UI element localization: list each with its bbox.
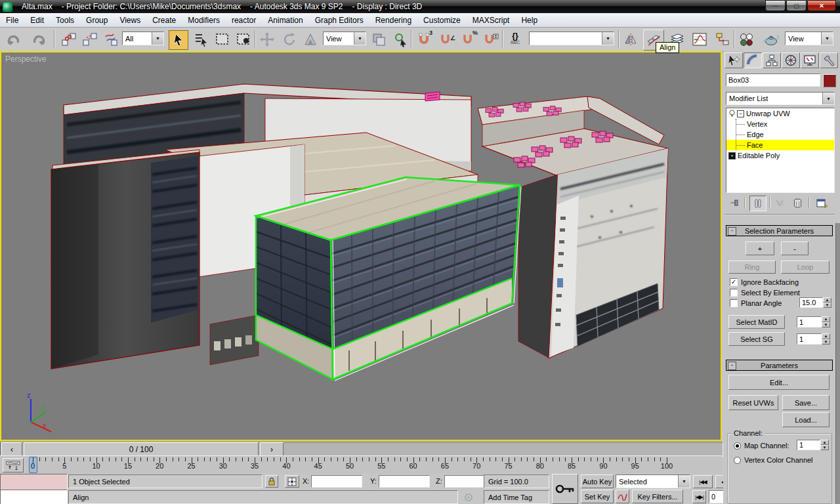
edit-uvw-button[interactable]: Edit... [728,375,830,390]
tab-motion[interactable] [782,52,800,68]
select-and-rotate-button[interactable] [280,30,299,49]
absolute-offset-toggle[interactable] [285,475,299,488]
planar-angle-field[interactable]: 15.0 [799,297,823,308]
material-editor-button[interactable] [736,30,756,49]
snaps-toggle-button[interactable]: 3 [414,30,434,49]
pin-stack-button[interactable] [727,196,742,209]
previous-frame-arrow[interactable]: ‹ [1,442,22,456]
dropdown-arrow-icon[interactable]: ▼ [822,93,834,104]
render-setup-button[interactable] [761,30,781,49]
remove-modifier-button[interactable] [790,196,805,209]
time-slider-handle[interactable]: 0 / 100 [24,442,259,456]
x-coordinate-field[interactable] [311,475,362,488]
add-time-tag-field[interactable]: Add Time Tag [484,490,549,504]
checkbox-icon[interactable] [730,299,738,307]
select-by-element-row[interactable]: Select By Element [730,288,800,297]
planar-angle-spinner[interactable]: ▲▼ [823,297,831,308]
reset-uvws-button[interactable]: Reset UVWs [728,395,778,410]
load-uvws-button[interactable]: Load... [782,412,830,427]
menu-animation[interactable]: Animation [262,13,308,27]
set-key-button[interactable]: Set Key [581,490,614,503]
viewport-preset-dropdown[interactable]: View ▼ [785,32,833,45]
named-selection-set-dropdown[interactable]: ▼ [529,32,614,45]
select-and-manipulate-button[interactable] [391,30,411,49]
checkbox-checked-icon[interactable]: ✓ [730,278,738,286]
vertex-color-channel-row[interactable]: Vertex Color Channel [734,455,813,465]
unlink-button[interactable] [80,30,100,49]
parameters-rollout[interactable]: - Parameters [726,360,833,371]
track-bar[interactable]: 0510152025303540455055606570758085909510… [0,455,722,474]
goto-start-button[interactable]: |◀◀ [693,475,713,488]
matid-spinner[interactable]: ▲▼ [822,316,830,327]
map-channel-field[interactable]: 1 [797,440,820,450]
default-tangent-button[interactable] [616,490,629,503]
grow-selection-button[interactable]: + [746,242,774,255]
undo-button[interactable] [4,30,24,49]
object-color-swatch[interactable] [823,74,836,87]
shrink-selection-button[interactable]: - [781,242,808,255]
show-end-result-button[interactable] [749,196,766,211]
selection-parameters-rollout[interactable]: - Selection Parameters [726,225,833,236]
time-slider[interactable]: ‹ 0 / 100 › [0,441,722,456]
reference-coordinate-dropdown[interactable]: View ▼ [323,32,366,45]
menu-rendering[interactable]: Rendering [369,13,417,27]
radio-icon[interactable] [734,457,741,464]
select-matid-button[interactable]: Select MatID [728,315,785,329]
edit-named-selection-sets-button[interactable]: {} ABC [505,30,525,49]
save-uvws-button[interactable]: Save... [782,395,830,410]
tab-display[interactable] [801,52,819,68]
select-and-link-button[interactable] [59,30,79,49]
communicator-icon[interactable] [461,490,476,504]
tab-modify[interactable] [744,52,762,68]
bind-to-spacewarp-button[interactable] [101,30,121,49]
dropdown-arrow-icon[interactable]: ▼ [354,32,366,45]
perspective-viewport[interactable]: z y x Perspective [0,51,722,441]
viewport-label[interactable]: Perspective [5,54,47,64]
maxscript-mini-listener-white[interactable] [0,490,68,504]
use-pivot-center-button[interactable] [369,30,388,49]
matid-field[interactable]: 1 [797,316,822,327]
select-and-move-button[interactable] [257,30,277,49]
maxscript-mini-listener-pink[interactable] [0,474,68,490]
menu-create[interactable]: Create [146,13,182,27]
panel-scrollbar[interactable] [835,223,840,504]
key-filters-button[interactable]: Key Filters... [632,490,683,503]
redo-button[interactable] [29,30,49,49]
angle-snap-button[interactable]: ∠ [436,30,456,49]
tab-create[interactable] [724,52,743,68]
menu-reactor[interactable]: reactor [226,13,262,27]
configure-modifier-sets-button[interactable] [814,196,830,209]
menu-graph-editors[interactable]: Graph Editors [309,13,369,27]
loop-button[interactable]: Loop [781,261,830,274]
close-button[interactable]: ✕ [807,0,836,11]
modifier-stack[interactable]: − Unwrap UVW Vertex Edge Face + Editable… [726,108,835,193]
stack-item-unwrap-uvw[interactable]: − Unwrap UVW [726,108,834,119]
key-mode-toggle-button[interactable]: |◀▶| [692,490,706,503]
menu-help[interactable]: Help [515,13,543,27]
dropdown-arrow-icon[interactable]: ▼ [152,32,163,45]
object-name-field[interactable]: Box03 [726,74,820,87]
y-coordinate-field[interactable] [379,475,430,488]
rectangular-selection-region-button[interactable] [213,30,232,49]
select-sg-button[interactable]: Select SG [728,332,785,346]
menu-views[interactable]: Views [114,13,146,27]
collapse-icon[interactable]: - [728,362,736,370]
next-frame-arrow[interactable]: › [260,442,284,456]
ring-button[interactable]: Ring [728,261,776,274]
auto-key-button[interactable]: Auto Key [581,474,614,488]
checkbox-icon[interactable] [730,289,738,297]
menu-edit[interactable]: Edit [24,13,50,27]
key-filter-selection-dropdown[interactable]: Selected ▼ [616,474,690,488]
dropdown-arrow-icon[interactable]: ▼ [602,32,614,45]
menu-tools[interactable]: Tools [50,13,80,27]
schematic-view-button[interactable] [713,30,732,49]
collapse-box-icon[interactable]: − [737,110,744,117]
tab-hierarchy[interactable] [763,52,781,68]
menu-maxscript[interactable]: MAXScript [467,13,516,27]
select-by-name-button[interactable] [192,30,211,49]
window-crossing-toggle-button[interactable] [234,30,253,49]
collapse-icon[interactable]: - [728,227,736,236]
mirror-button[interactable] [621,30,640,49]
curve-editor-button[interactable] [690,30,709,49]
stack-item-face-selected[interactable]: Face [726,140,834,150]
